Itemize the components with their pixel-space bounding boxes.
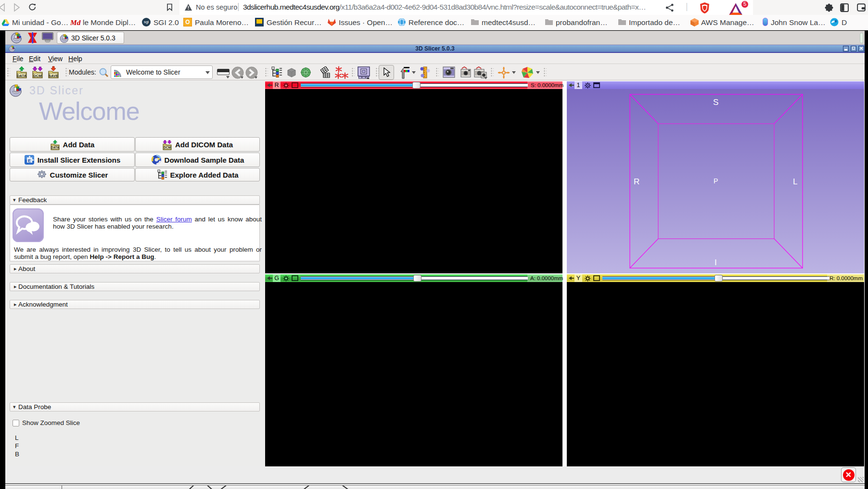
svg-text:S: S — [713, 98, 718, 107]
svg-text:R: R — [634, 177, 639, 186]
svg-text:DCM: DCM — [164, 146, 171, 149]
svg-text:E: E — [28, 158, 31, 163]
svg-text:P: P — [714, 177, 718, 185]
svg-text:SAVE: SAVE — [49, 74, 58, 78]
svg-text:DATA: DATA — [17, 74, 26, 78]
svg-text:L: L — [793, 177, 797, 186]
svg-text:DATA: DATA — [51, 146, 59, 149]
svg-text:I: I — [715, 258, 717, 267]
svg-text:DCM: DCM — [33, 74, 41, 78]
